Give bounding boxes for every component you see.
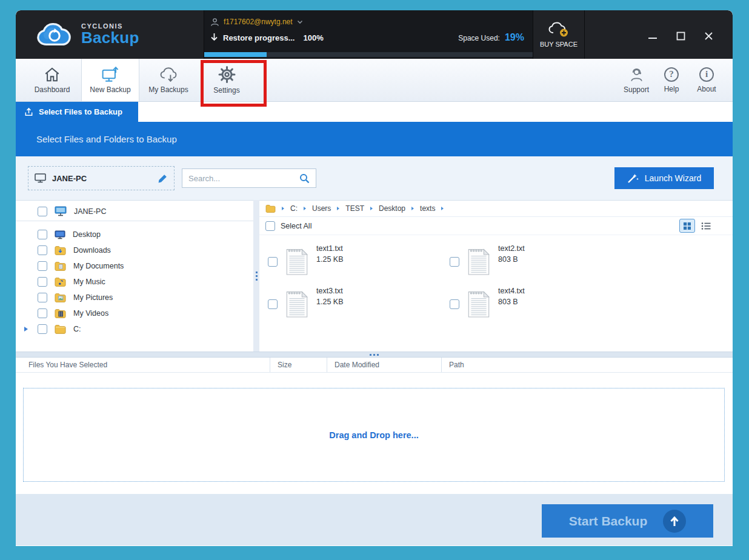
device-name-box[interactable]: JANE-PC xyxy=(28,166,175,190)
checkbox-c-drive[interactable] xyxy=(38,324,47,334)
selected-files-table-header: Files You Have Selected Size Date Modifi… xyxy=(16,358,733,373)
user-icon xyxy=(210,18,219,27)
start-backup-button[interactable]: Start Backup xyxy=(542,504,713,538)
nav-dashboard-label: Dashboard xyxy=(35,85,70,94)
breadcrumb-arrow-icon xyxy=(336,206,340,211)
folder-drive-icon xyxy=(55,324,66,334)
breadcrumb-segment[interactable]: texts xyxy=(420,204,435,213)
computer-icon xyxy=(35,173,46,183)
support-headset-icon xyxy=(628,67,645,82)
tree-item-desktop[interactable]: Desktop xyxy=(16,227,253,242)
file-item-text4[interactable]: text4.txt 803 B xyxy=(450,283,631,325)
column-header-size[interactable]: Size xyxy=(270,358,327,372)
edit-device-name-button[interactable] xyxy=(158,173,168,184)
files-grid: text1.txt 1.25 KB text2.txt 803 B xyxy=(259,235,733,352)
file-checkbox[interactable] xyxy=(450,299,459,309)
vertical-splitter[interactable] xyxy=(253,200,259,352)
nav-my-backups[interactable]: My Backups xyxy=(139,59,198,101)
launch-wizard-button[interactable]: Launch Wizard xyxy=(614,167,714,189)
checkbox-my-documents[interactable] xyxy=(38,261,47,271)
tree-item-my-music[interactable]: My Music xyxy=(16,274,253,290)
drag-drop-zone[interactable]: Drag and Drop here... xyxy=(23,388,725,482)
tree-item-jane-pc[interactable]: JANE-PC xyxy=(16,202,253,221)
column-header-date-modified[interactable]: Date Modified xyxy=(327,358,442,372)
breadcrumb-segment[interactable]: Desktop xyxy=(379,204,405,213)
grid-view-icon xyxy=(683,222,691,230)
cloud-logo-icon xyxy=(35,21,73,48)
breadcrumb-arrow-icon xyxy=(303,206,307,211)
file-name: text4.txt xyxy=(498,287,525,295)
tree-item-my-videos[interactable]: My Videos xyxy=(16,305,253,321)
list-view-button[interactable] xyxy=(699,219,713,233)
tree-item-downloads[interactable]: Downloads xyxy=(16,242,253,258)
support-button[interactable]: Support xyxy=(619,59,654,101)
checkbox-my-music[interactable] xyxy=(38,277,47,287)
buy-space-button[interactable]: BUY SPACE xyxy=(533,10,585,59)
tree-item-c-drive[interactable]: C: xyxy=(16,321,253,337)
breadcrumb-segment[interactable]: Users xyxy=(312,204,331,213)
tab-row: Select Files to Backup xyxy=(16,102,733,122)
grid-view-button[interactable] xyxy=(679,219,695,233)
file-checkbox[interactable] xyxy=(450,257,459,267)
checkbox-jane-pc[interactable] xyxy=(38,207,47,216)
file-size: 1.25 KB xyxy=(316,298,343,306)
breadcrumb-segment[interactable]: TEST xyxy=(345,204,364,213)
file-size: 803 B xyxy=(498,298,525,306)
device-name: JANE-PC xyxy=(52,174,87,183)
checkbox-downloads[interactable] xyxy=(38,245,47,255)
tree-item-my-documents[interactable]: My Documents xyxy=(16,258,253,274)
nav-settings[interactable]: Settings xyxy=(198,59,256,101)
maximize-button[interactable] xyxy=(674,30,687,41)
folder-tree-panel: JANE-PC Desktop Downloads xyxy=(16,200,253,352)
selected-files-area: Drag and Drop here... xyxy=(16,373,733,494)
horizontal-splitter[interactable] xyxy=(16,352,733,358)
breadcrumb-arrow-icon xyxy=(411,206,414,211)
account-email: f1717602@nwytg.net xyxy=(224,18,293,26)
column-header-files-selected[interactable]: Files You Have Selected xyxy=(16,358,270,372)
checkbox-my-pictures[interactable] xyxy=(38,293,47,302)
banner-title: Select Files and Folders to Backup xyxy=(36,134,177,144)
breadcrumb-arrow-icon xyxy=(370,206,373,211)
new-backup-icon xyxy=(101,66,119,82)
desktop-icon xyxy=(55,230,65,239)
breadcrumb: C: Users TEST Desktop texts xyxy=(259,201,733,217)
upload-tray-icon xyxy=(24,107,33,117)
brand-product: Backup xyxy=(81,30,139,46)
support-label: Support xyxy=(624,85,649,94)
main-panels: JANE-PC Desktop Downloads xyxy=(16,200,733,352)
nav-new-backup[interactable]: New Backup xyxy=(81,59,139,101)
tab-select-files-to-backup[interactable]: Select Files to Backup xyxy=(16,102,138,122)
search-input[interactable] xyxy=(188,174,299,183)
about-button[interactable]: i About xyxy=(689,59,724,101)
expand-arrow-icon[interactable] xyxy=(24,327,28,332)
select-all-checkbox[interactable] xyxy=(265,221,275,231)
tree-item-label: My Pictures xyxy=(73,293,113,302)
nav-dashboard[interactable]: Dashboard xyxy=(23,59,81,101)
file-size: 803 B xyxy=(498,255,525,264)
minimize-button[interactable] xyxy=(647,30,659,41)
gear-icon xyxy=(218,66,236,83)
breadcrumb-segment[interactable]: C: xyxy=(290,204,298,213)
file-item-text2[interactable]: text2.txt 803 B xyxy=(450,241,631,283)
select-all-row: Select All xyxy=(259,217,733,235)
main-toolbar: Dashboard New Backup My Backups xyxy=(16,59,733,102)
account-row[interactable]: f1717602@nwytg.net xyxy=(210,16,524,28)
file-checkbox[interactable] xyxy=(268,257,278,267)
file-name: text2.txt xyxy=(498,244,525,253)
help-button[interactable]: ? Help xyxy=(654,59,689,101)
space-used-label: Space Used: xyxy=(458,34,500,42)
restore-progress-bar-fill xyxy=(204,52,267,57)
brand-logo: CYCLONIS Backup xyxy=(16,10,204,59)
file-checkbox[interactable] xyxy=(268,299,278,309)
close-button[interactable] xyxy=(702,30,714,41)
checkbox-desktop[interactable] xyxy=(38,230,47,239)
tree-item-my-pictures[interactable]: My Pictures xyxy=(16,290,253,305)
search-icon[interactable] xyxy=(299,173,310,184)
file-item-text3[interactable]: text3.txt 1.25 KB xyxy=(268,283,450,325)
nav-my-backups-label: My Backups xyxy=(148,85,188,94)
launch-wizard-label: Launch Wizard xyxy=(645,173,701,183)
checkbox-my-videos[interactable] xyxy=(38,308,47,318)
file-item-text1[interactable]: text1.txt 1.25 KB xyxy=(268,241,450,283)
column-header-path[interactable]: Path xyxy=(442,358,733,372)
nav-new-backup-label: New Backup xyxy=(90,85,130,94)
